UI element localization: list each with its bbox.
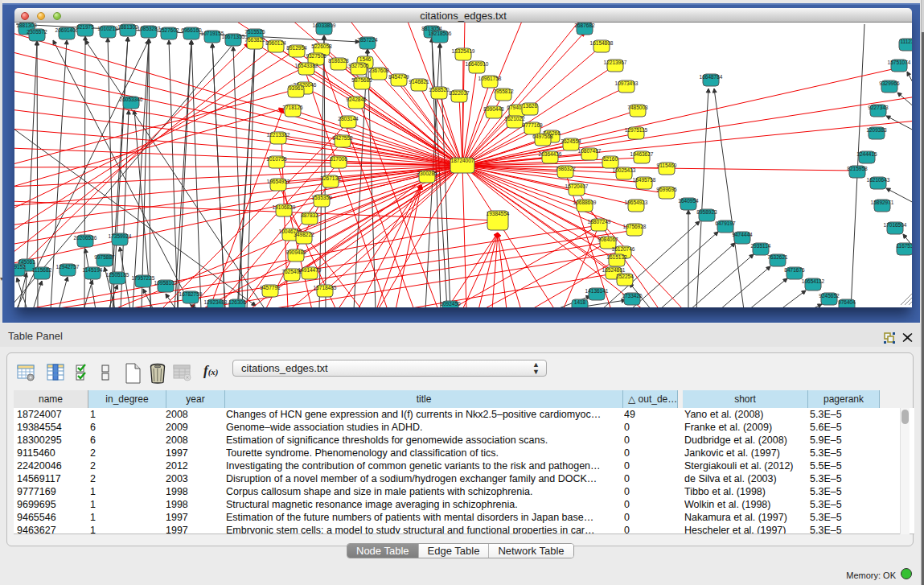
svg-text:18807249: 18807249 <box>588 219 611 225</box>
svg-text:7485003: 7485003 <box>627 105 648 110</box>
svg-text:10025433: 10025433 <box>613 167 636 173</box>
svg-text:19756928: 19756928 <box>623 224 647 229</box>
svg-text:15720407: 15720407 <box>565 183 589 189</box>
svg-text:9245652: 9245652 <box>819 293 840 299</box>
svg-text:10853287: 10853287 <box>138 26 161 31</box>
svg-text:12213382: 12213382 <box>267 132 290 138</box>
svg-text:5875685: 5875685 <box>351 77 372 83</box>
svg-text:3624554: 3624554 <box>561 138 581 144</box>
svg-text:1244415: 1244415 <box>856 151 877 157</box>
svg-text:9146821: 9146821 <box>409 79 429 84</box>
svg-text:7663822: 7663822 <box>244 37 265 43</box>
svg-text:7515525: 7515525 <box>244 29 265 35</box>
svg-text:16154808: 16154808 <box>590 40 614 46</box>
svg-text:10671355: 10671355 <box>222 34 245 39</box>
svg-text:19218506: 19218506 <box>429 31 452 36</box>
svg-text:10688609: 10688609 <box>573 200 597 205</box>
svg-text:10654112: 10654112 <box>802 278 825 284</box>
svg-text:1115682: 1115682 <box>32 267 52 273</box>
svg-text:19106829: 19106829 <box>273 204 296 210</box>
svg-text:16210643: 16210643 <box>867 177 890 183</box>
svg-text:921975: 921975 <box>76 24 94 30</box>
svg-text:8215958: 8215958 <box>847 166 868 171</box>
svg-text:2300285: 2300285 <box>417 171 437 176</box>
svg-text:13325419: 13325419 <box>452 48 475 54</box>
svg-text:16640910: 16640910 <box>466 61 489 67</box>
svg-text:887832: 887832 <box>301 212 318 218</box>
svg-text:9115460: 9115460 <box>657 163 677 168</box>
svg-text:5226058: 5226058 <box>311 43 332 49</box>
svg-text:13626: 13626 <box>523 103 537 109</box>
svg-text:7986322: 7986322 <box>555 166 576 171</box>
svg-text:1881303: 1881303 <box>16 23 37 28</box>
svg-text:14136141: 14136141 <box>585 288 609 294</box>
svg-text:9975887: 9975887 <box>94 254 115 260</box>
svg-text:17957225: 17957225 <box>132 275 155 281</box>
svg-text:1881303: 1881303 <box>117 24 138 30</box>
svg-text:1615132: 1615132 <box>606 254 627 260</box>
svg-text:8186328: 8186328 <box>328 58 349 64</box>
svg-text:116753: 116753 <box>896 243 912 249</box>
svg-text:9699695: 9699695 <box>656 187 677 192</box>
svg-text:7632621: 7632621 <box>767 254 788 260</box>
svg-text:10719155: 10719155 <box>201 31 224 36</box>
svg-text:9084067: 9084067 <box>598 237 618 242</box>
svg-text:1535359: 1535359 <box>311 195 332 200</box>
svg-text:7857224: 7857224 <box>357 37 378 43</box>
svg-text:16782759: 16782759 <box>179 291 203 297</box>
svg-text:2367608: 2367608 <box>368 68 389 73</box>
svg-text:6497568: 6497568 <box>532 134 553 139</box>
svg-text:126306: 126306 <box>228 299 246 305</box>
svg-text:10961758: 10961758 <box>478 76 502 81</box>
svg-text:16648784: 16648784 <box>700 74 723 80</box>
svg-text:2803144: 2803144 <box>338 116 359 122</box>
svg-text:8958923: 8958923 <box>696 209 717 215</box>
svg-text:12942757: 12942757 <box>56 264 80 270</box>
svg-text:15892971: 15892971 <box>871 200 894 205</box>
svg-text:8454749: 8454749 <box>388 74 409 80</box>
svg-text:20364436: 20364436 <box>539 151 562 157</box>
svg-text:817006: 817006 <box>330 156 347 162</box>
svg-text:1527602: 1527602 <box>158 27 179 33</box>
svg-text:15751074: 15751074 <box>888 60 911 65</box>
svg-text:18524861: 18524861 <box>602 267 626 273</box>
svg-text:19463627: 19463627 <box>630 151 654 157</box>
svg-text:1010213: 1010213 <box>97 26 118 31</box>
svg-text:8960124: 8960124 <box>265 40 286 46</box>
svg-text:976404: 976404 <box>838 299 856 305</box>
svg-text:19654953: 19654953 <box>267 179 290 184</box>
svg-text:10958107: 10958107 <box>154 280 178 286</box>
svg-text:18724007: 18724007 <box>451 158 474 163</box>
svg-text:93961: 93961 <box>289 85 303 91</box>
svg-text:9329966: 9329966 <box>879 80 900 86</box>
svg-text:1546: 1546 <box>359 56 372 62</box>
svg-text:3267130: 3267130 <box>320 175 341 181</box>
svg-text:2718126: 2718126 <box>282 105 303 110</box>
svg-text:2305572: 2305572 <box>27 29 47 35</box>
svg-text:9427552: 9427552 <box>332 135 353 141</box>
svg-text:2687682: 2687682 <box>574 23 595 28</box>
svg-text:15718485: 15718485 <box>314 285 337 290</box>
svg-text:19654923: 19654923 <box>625 200 648 205</box>
svg-text:9777169: 9777169 <box>522 122 543 128</box>
svg-text:9457791: 9457791 <box>260 285 281 290</box>
svg-text:1640954: 1640954 <box>678 198 699 204</box>
svg-text:1209383: 1209383 <box>866 127 887 133</box>
svg-text:9909483: 9909483 <box>285 249 306 255</box>
svg-text:12213967: 12213967 <box>604 60 627 65</box>
svg-text:939152: 939152 <box>14 264 26 270</box>
svg-text:16120746: 16120746 <box>612 246 635 252</box>
svg-text:10807487: 10807487 <box>578 148 602 154</box>
svg-text:26053346: 26053346 <box>120 97 143 102</box>
svg-text:8990448: 8990448 <box>483 106 504 112</box>
svg-text:16033809: 16033809 <box>313 23 336 28</box>
svg-text:252254: 252254 <box>616 274 634 279</box>
svg-text:9327505: 9327505 <box>306 53 326 59</box>
svg-text:16543382: 16543382 <box>295 63 318 68</box>
svg-text:6479197: 6479197 <box>715 220 736 226</box>
svg-text:62160: 62160 <box>603 156 618 162</box>
svg-text:12923488: 12923488 <box>204 299 228 305</box>
svg-text:14914479: 14914479 <box>298 267 322 273</box>
svg-text:20691406: 20691406 <box>55 27 79 33</box>
svg-text:2935114: 2935114 <box>751 243 771 249</box>
